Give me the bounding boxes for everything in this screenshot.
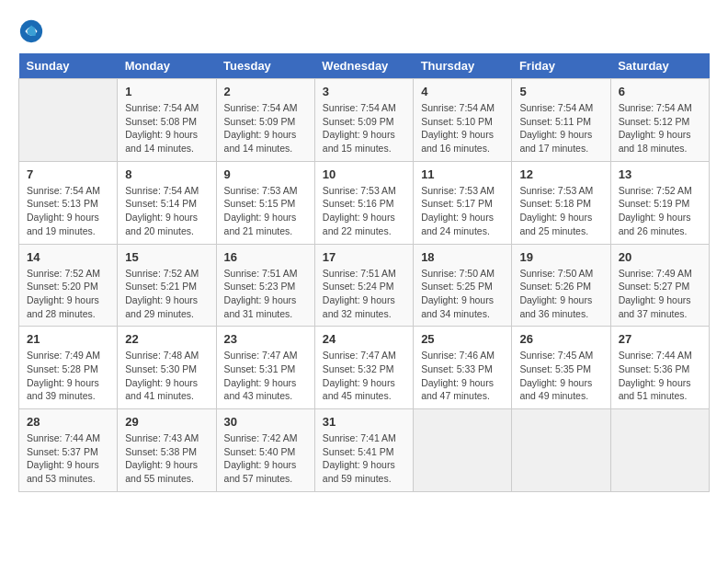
sunset-text: Sunset: 5:24 PM — [323, 281, 394, 292]
daylight-text: Daylight: 9 hours and 37 minutes. — [619, 294, 691, 319]
sunset-text: Sunset: 5:26 PM — [519, 281, 591, 292]
day-number: 24 — [323, 332, 405, 346]
logo-icon — [18, 18, 44, 44]
daylight-text: Daylight: 9 hours and 39 minutes. — [27, 377, 99, 402]
calendar-cell: 29 Sunrise: 7:43 AM Sunset: 5:38 PM Dayl… — [118, 409, 216, 492]
sunrise-text: Sunrise: 7:51 AM — [323, 268, 396, 279]
sunset-text: Sunset: 5:09 PM — [224, 116, 296, 127]
daylight-text: Daylight: 9 hours and 29 minutes. — [125, 294, 198, 319]
sunrise-text: Sunrise: 7:54 AM — [125, 185, 199, 196]
sunset-text: Sunset: 5:11 PM — [519, 116, 591, 127]
day-number: 26 — [519, 332, 602, 346]
day-number: 6 — [619, 85, 701, 98]
day-info: Sunrise: 7:44 AM Sunset: 5:37 PM Dayligh… — [27, 431, 109, 486]
sunset-text: Sunset: 5:30 PM — [125, 363, 197, 374]
daylight-text: Daylight: 9 hours and 31 minutes. — [224, 294, 297, 319]
sunset-text: Sunset: 5:31 PM — [224, 363, 296, 374]
sunrise-text: Sunrise: 7:50 AM — [421, 268, 495, 279]
day-info: Sunrise: 7:44 AM Sunset: 5:36 PM Dayligh… — [619, 349, 701, 403]
day-number: 7 — [27, 167, 109, 181]
day-number: 10 — [323, 167, 405, 181]
day-number: 8 — [125, 167, 208, 181]
page-header — [18, 18, 710, 44]
calendar-cell: 31 Sunrise: 7:41 AM Sunset: 5:41 PM Dayl… — [314, 409, 413, 492]
day-number: 2 — [224, 85, 307, 98]
sunrise-text: Sunrise: 7:54 AM — [619, 102, 692, 113]
sunrise-text: Sunrise: 7:54 AM — [27, 185, 100, 196]
daylight-text: Daylight: 9 hours and 18 minutes. — [619, 129, 691, 154]
daylight-text: Daylight: 9 hours and 47 minutes. — [421, 377, 494, 402]
calendar-cell: 9 Sunrise: 7:53 AM Sunset: 5:15 PM Dayli… — [216, 161, 314, 244]
sunrise-text: Sunrise: 7:52 AM — [27, 268, 100, 279]
sunrise-text: Sunrise: 7:54 AM — [323, 102, 396, 113]
sunset-text: Sunset: 5:27 PM — [619, 281, 690, 292]
day-info: Sunrise: 7:50 AM Sunset: 5:25 PM Dayligh… — [421, 267, 504, 321]
calendar-cell: 1 Sunrise: 7:54 AM Sunset: 5:08 PM Dayli… — [118, 79, 216, 162]
day-info: Sunrise: 7:54 AM Sunset: 5:10 PM Dayligh… — [421, 101, 504, 155]
day-info: Sunrise: 7:54 AM Sunset: 5:14 PM Dayligh… — [125, 184, 208, 238]
sunrise-text: Sunrise: 7:54 AM — [421, 102, 495, 113]
calendar-cell: 24 Sunrise: 7:47 AM Sunset: 5:32 PM Dayl… — [314, 327, 413, 409]
day-info: Sunrise: 7:53 AM Sunset: 5:17 PM Dayligh… — [421, 184, 504, 238]
day-number: 31 — [323, 415, 405, 429]
sunset-text: Sunset: 5:36 PM — [619, 363, 690, 374]
logo — [18, 18, 48, 44]
sunset-text: Sunset: 5:10 PM — [421, 116, 493, 127]
calendar-week-5: 28 Sunrise: 7:44 AM Sunset: 5:37 PM Dayl… — [19, 409, 710, 492]
sunrise-text: Sunrise: 7:41 AM — [323, 432, 396, 443]
calendar-cell: 28 Sunrise: 7:44 AM Sunset: 5:37 PM Dayl… — [19, 409, 118, 492]
daylight-text: Daylight: 9 hours and 32 minutes. — [323, 294, 395, 319]
dow-header-tuesday: Tuesday — [216, 53, 314, 79]
sunrise-text: Sunrise: 7:49 AM — [27, 350, 100, 361]
day-info: Sunrise: 7:47 AM Sunset: 5:32 PM Dayligh… — [323, 349, 405, 403]
day-number: 22 — [125, 332, 208, 346]
calendar-cell: 14 Sunrise: 7:52 AM Sunset: 5:20 PM Dayl… — [19, 244, 118, 327]
day-number: 17 — [323, 250, 405, 264]
daylight-text: Daylight: 9 hours and 59 minutes. — [323, 459, 395, 484]
sunset-text: Sunset: 5:33 PM — [421, 363, 493, 374]
sunset-text: Sunset: 5:19 PM — [619, 198, 690, 209]
sunset-text: Sunset: 5:41 PM — [323, 446, 394, 457]
dow-header-wednesday: Wednesday — [314, 53, 413, 79]
day-info: Sunrise: 7:52 AM Sunset: 5:21 PM Dayligh… — [125, 267, 208, 321]
sunset-text: Sunset: 5:09 PM — [323, 116, 394, 127]
day-number: 11 — [421, 167, 504, 181]
sunrise-text: Sunrise: 7:43 AM — [125, 432, 199, 443]
daylight-text: Daylight: 9 hours and 14 minutes. — [224, 129, 297, 154]
sunrise-text: Sunrise: 7:46 AM — [421, 350, 495, 361]
calendar-cell: 21 Sunrise: 7:49 AM Sunset: 5:28 PM Dayl… — [19, 327, 118, 409]
daylight-text: Daylight: 9 hours and 21 minutes. — [224, 212, 297, 236]
sunrise-text: Sunrise: 7:49 AM — [619, 268, 692, 279]
sunrise-text: Sunrise: 7:50 AM — [519, 268, 593, 279]
day-number: 30 — [224, 415, 307, 429]
sunset-text: Sunset: 5:16 PM — [323, 198, 394, 209]
calendar-cell: 12 Sunrise: 7:53 AM Sunset: 5:18 PM Dayl… — [512, 161, 610, 244]
day-info: Sunrise: 7:54 AM Sunset: 5:08 PM Dayligh… — [125, 101, 208, 155]
calendar-cell: 17 Sunrise: 7:51 AM Sunset: 5:24 PM Dayl… — [314, 244, 413, 327]
day-number: 23 — [224, 332, 307, 346]
calendar-cell: 2 Sunrise: 7:54 AM Sunset: 5:09 PM Dayli… — [216, 79, 314, 162]
sunset-text: Sunset: 5:08 PM — [125, 116, 197, 127]
calendar-cell: 6 Sunrise: 7:54 AM Sunset: 5:12 PM Dayli… — [610, 79, 709, 162]
day-info: Sunrise: 7:51 AM Sunset: 5:24 PM Dayligh… — [323, 267, 405, 321]
calendar-cell — [414, 409, 512, 492]
calendar-cell: 25 Sunrise: 7:46 AM Sunset: 5:33 PM Dayl… — [414, 327, 512, 409]
sunrise-text: Sunrise: 7:52 AM — [125, 268, 199, 279]
day-info: Sunrise: 7:49 AM Sunset: 5:28 PM Dayligh… — [27, 349, 109, 403]
day-number: 18 — [421, 250, 504, 264]
calendar-cell: 4 Sunrise: 7:54 AM Sunset: 5:10 PM Dayli… — [414, 79, 512, 162]
calendar-week-4: 21 Sunrise: 7:49 AM Sunset: 5:28 PM Dayl… — [19, 327, 710, 409]
sunset-text: Sunset: 5:13 PM — [27, 198, 98, 209]
day-info: Sunrise: 7:51 AM Sunset: 5:23 PM Dayligh… — [224, 267, 307, 321]
calendar-cell: 23 Sunrise: 7:47 AM Sunset: 5:31 PM Dayl… — [216, 327, 314, 409]
dow-header-saturday: Saturday — [610, 53, 709, 79]
day-number: 13 — [619, 167, 701, 181]
daylight-text: Daylight: 9 hours and 26 minutes. — [619, 212, 691, 236]
sunset-text: Sunset: 5:37 PM — [27, 446, 98, 457]
sunrise-text: Sunrise: 7:53 AM — [519, 185, 593, 196]
sunrise-text: Sunrise: 7:54 AM — [519, 102, 593, 113]
calendar-body: 1 Sunrise: 7:54 AM Sunset: 5:08 PM Dayli… — [19, 79, 710, 492]
sunrise-text: Sunrise: 7:53 AM — [421, 185, 495, 196]
day-info: Sunrise: 7:54 AM Sunset: 5:13 PM Dayligh… — [27, 184, 109, 238]
day-number: 20 — [619, 250, 701, 264]
